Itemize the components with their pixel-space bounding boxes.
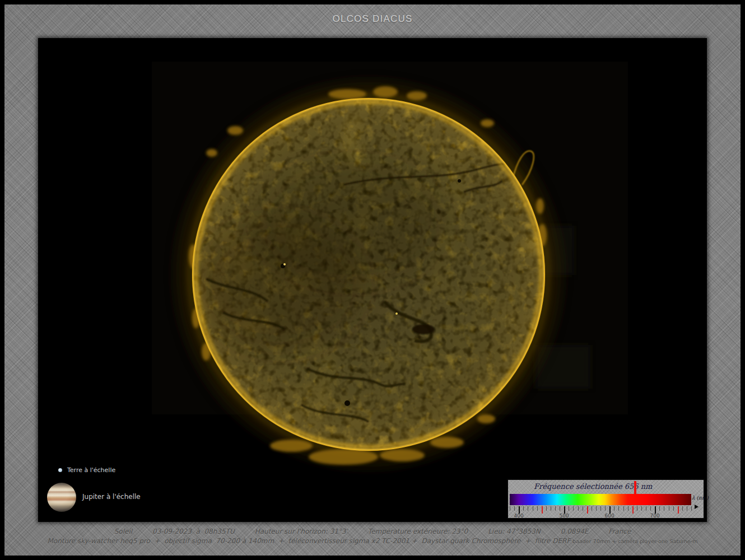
wavelength-tick: [546, 506, 547, 511]
wavelength-tick: [637, 506, 637, 511]
jupiter-scale-image: [47, 483, 76, 512]
wavelength-tick: [592, 506, 592, 511]
wavelength-tick: [618, 506, 619, 511]
caption-line1: Soleil03-09-2023 à 08h35TUHauteur sur l'…: [4, 528, 741, 535]
wavelength-tick: [678, 506, 679, 514]
wavelength-tick: [687, 506, 687, 511]
wavelength-tick: [600, 506, 601, 511]
wavelength-tick: [623, 506, 624, 511]
wavelength-tick: [682, 506, 683, 511]
wavelength-tick: [650, 506, 651, 511]
caption-segment: Hauteur sur l'horizon: 31°3': [255, 528, 348, 535]
wavelength-tick-label: 600: [605, 513, 614, 519]
wavelength-tick: [560, 506, 560, 511]
wavelength-tick: [664, 506, 664, 511]
wavelength-tick: [632, 506, 634, 514]
caption: Soleil03-09-2023 à 08h35TUHauteur sur l'…: [4, 528, 741, 545]
caption-segment: Température extérieure: 23°0: [368, 528, 468, 535]
equipment-text: Monture sky-watcher heq5 pro + objectif …: [47, 537, 572, 545]
wavelength-axis-label: λ (nm): [692, 495, 709, 501]
frequency-selector-panel: Fréquence sélectionnée 656 nm λ (nm) 400…: [507, 479, 705, 519]
equipment-text-small: baader 70mm + caméra player-one Saturne-…: [572, 538, 697, 544]
wavelength-tick: [605, 506, 606, 511]
earth-scale-label: Terre à l'échelle: [67, 466, 115, 474]
wavelength-tick: [555, 506, 556, 511]
wavelength-tick: [669, 506, 669, 511]
wavelength-tick: [596, 506, 597, 511]
wavelength-tick: [659, 506, 660, 511]
wavelength-tick: [537, 506, 538, 511]
wavelength-tick: [646, 506, 646, 511]
caption-segment: 03-09-2023 à 08h35TU: [152, 528, 235, 535]
photo-frame: OLCOS DIACUS: [4, 4, 741, 556]
wavelength-tick: [573, 506, 574, 511]
wavelength-tick: [614, 506, 614, 511]
caption-segment: Lieu: 47°3853N: [488, 528, 541, 535]
wavelength-tick: [533, 506, 533, 511]
caption-segment: Soleil: [114, 528, 132, 535]
wavelength-tick: [641, 506, 642, 511]
earth-scale-dot: [58, 468, 62, 472]
jupiter-scale-label: Jupiter à l'échelle: [82, 493, 141, 501]
wavelength-tick-label: 700: [650, 513, 660, 519]
wavelength-tick: [528, 506, 528, 511]
wavelength-tick: [673, 506, 674, 511]
wavelength-tick: [542, 506, 543, 514]
wavelength-tick-label: 500: [560, 513, 569, 519]
wavelength-tick-label: 400: [514, 513, 524, 519]
caption-segment: France: [608, 528, 631, 535]
caption-line2: Monture sky-watcher heq5 pro + objectif …: [4, 537, 741, 545]
wavelength-tick: [587, 506, 588, 514]
caption-segment: 0.0894E: [561, 528, 589, 535]
wavelength-tick: [514, 506, 515, 511]
spectrum-bar: [510, 494, 691, 505]
wavelength-ruler: 400500600700: [510, 506, 691, 520]
axis-arrow-icon: [695, 505, 699, 509]
wavelength-tick: [510, 506, 510, 511]
wavelength-tick: [578, 506, 579, 511]
wavelength-tick: [523, 506, 524, 511]
photo-title: OLCOS DIACUS: [4, 13, 741, 25]
wavelength-tick: [691, 506, 692, 511]
solar-photograph: Terre à l'échelle Jupiter à l'échelle Fr…: [38, 38, 707, 522]
wavelength-tick: [628, 506, 628, 511]
sun-image: [38, 38, 707, 522]
wavelength-tick: [583, 506, 583, 511]
wavelength-tick: [551, 506, 551, 511]
selected-frequency-marker: [634, 481, 636, 494]
wavelength-tick: [569, 506, 569, 511]
